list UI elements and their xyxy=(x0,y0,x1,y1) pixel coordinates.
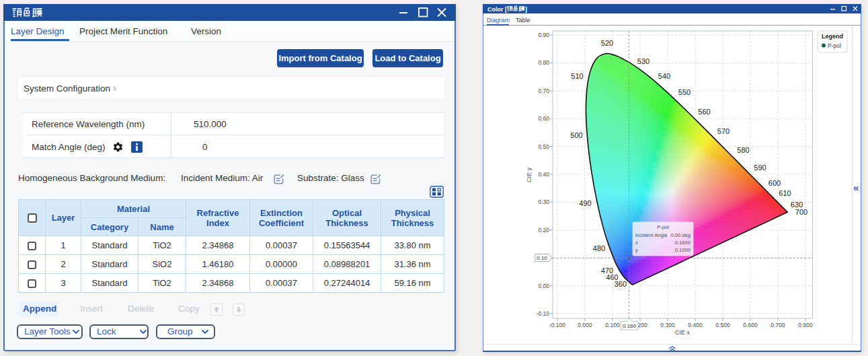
svg-text:580: 580 xyxy=(737,146,749,154)
svg-text:0.60: 0.60 xyxy=(538,115,549,122)
svg-text:590: 590 xyxy=(754,164,766,172)
svg-text:0.30: 0.30 xyxy=(538,199,549,205)
svg-text:0.1600: 0.1600 xyxy=(675,240,691,246)
svg-text:0.500: 0.500 xyxy=(715,322,730,328)
svg-text:540: 540 xyxy=(658,72,670,80)
svg-text:0.50: 0.50 xyxy=(538,143,549,150)
svg-text:0.160: 0.160 xyxy=(623,323,637,329)
svg-text:0.20: 0.20 xyxy=(538,227,549,234)
svg-text:0.000: 0.000 xyxy=(578,322,592,328)
svg-text:Incident Angle: Incident Angle xyxy=(635,232,668,238)
svg-text:-0.100: -0.100 xyxy=(549,322,565,328)
svg-text:0.300: 0.300 xyxy=(660,322,675,328)
svg-text:0.90: 0.90 xyxy=(538,32,549,38)
svg-text:P-pol: P-pol xyxy=(828,42,841,49)
svg-text:x: x xyxy=(635,240,638,246)
svg-text:0.00 deg: 0.00 deg xyxy=(670,232,691,238)
svg-text:480: 480 xyxy=(593,244,605,252)
svg-text:CIE x: CIE x xyxy=(675,329,691,336)
svg-text:360: 360 xyxy=(615,280,627,288)
svg-text:0.1000: 0.1000 xyxy=(675,247,691,253)
svg-text:0.80: 0.80 xyxy=(538,59,549,66)
svg-text:P-pol: P-pol xyxy=(657,224,669,230)
svg-text:530: 530 xyxy=(637,57,649,65)
svg-text:520: 520 xyxy=(601,39,613,47)
svg-text:0.600: 0.600 xyxy=(743,322,758,328)
svg-text:510: 510 xyxy=(571,72,583,80)
svg-text:700: 700 xyxy=(795,208,807,216)
svg-text:0.100: 0.100 xyxy=(605,322,620,328)
svg-text:0.10: 0.10 xyxy=(537,255,547,261)
svg-text:600: 600 xyxy=(768,179,781,187)
svg-text:490: 490 xyxy=(579,199,591,207)
svg-text:0.40: 0.40 xyxy=(538,171,549,178)
svg-text:-0.10: -0.10 xyxy=(537,310,550,317)
svg-text:500: 500 xyxy=(570,131,582,139)
svg-text:0.400: 0.400 xyxy=(688,322,703,328)
svg-text:570: 570 xyxy=(717,127,729,135)
svg-text:Legend: Legend xyxy=(822,33,843,40)
svg-text:0.00: 0.00 xyxy=(538,283,549,289)
svg-text:CIE y: CIE y xyxy=(526,168,532,183)
svg-text:y: y xyxy=(635,247,638,253)
svg-text:550: 550 xyxy=(678,88,691,96)
svg-text:0.70: 0.70 xyxy=(538,87,549,94)
svg-text:560: 560 xyxy=(698,108,710,116)
svg-text:0.700: 0.700 xyxy=(771,322,785,328)
svg-text:0.800: 0.800 xyxy=(798,322,813,328)
svg-text:610: 610 xyxy=(779,189,791,197)
